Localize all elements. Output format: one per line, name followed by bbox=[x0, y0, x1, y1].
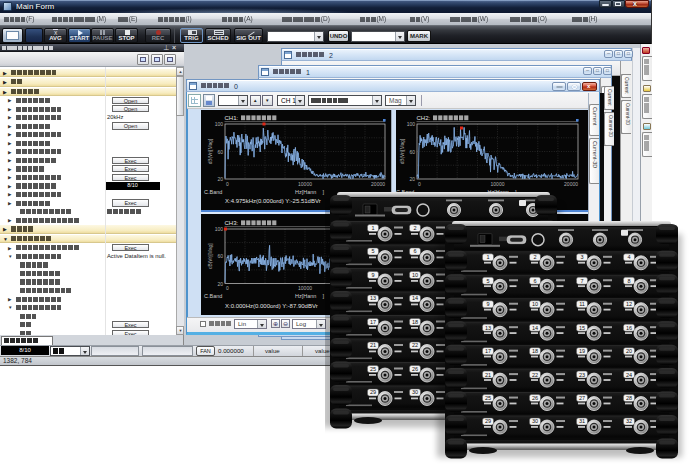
svg-text:dB(Vr)[Mag]: dB(Vr)[Mag] bbox=[400, 139, 405, 165]
svg-text:21: 21 bbox=[485, 372, 491, 378]
svg-text:CH3:: CH3: bbox=[225, 220, 239, 226]
svg-text:Hz[Hann ]: Hz[Hann ] bbox=[295, 293, 325, 299]
svg-text:7: 7 bbox=[580, 278, 583, 284]
svg-text:30: 30 bbox=[532, 418, 538, 424]
svg-text:X:0.000Hz(0.000ord) Y:-87.90dB: X:0.000Hz(0.000ord) Y:-87.90dBVr bbox=[225, 303, 318, 309]
svg-text:100: 100 bbox=[215, 121, 224, 127]
svg-text:32: 32 bbox=[626, 418, 632, 424]
svg-text:26: 26 bbox=[412, 366, 418, 372]
svg-text:5: 5 bbox=[486, 278, 489, 284]
svg-text:10000: 10000 bbox=[491, 181, 505, 187]
svg-text:C.Band: C.Band bbox=[204, 189, 222, 195]
svg-text:6: 6 bbox=[413, 248, 416, 254]
svg-text:20: 20 bbox=[409, 176, 415, 182]
svg-text:1: 1 bbox=[371, 225, 374, 231]
svg-text:Hz[Hann ]: Hz[Hann ] bbox=[295, 189, 325, 195]
svg-text:2: 2 bbox=[533, 254, 536, 260]
svg-text:100: 100 bbox=[407, 121, 416, 127]
svg-text:1: 1 bbox=[486, 254, 489, 260]
svg-text:C.Band: C.Band bbox=[204, 293, 222, 299]
svg-text:0: 0 bbox=[226, 285, 229, 291]
svg-text:10000: 10000 bbox=[298, 285, 312, 291]
svg-text:0: 0 bbox=[418, 181, 421, 187]
svg-text:18: 18 bbox=[532, 348, 538, 354]
svg-text:9: 9 bbox=[486, 301, 489, 307]
svg-text:20000: 20000 bbox=[564, 181, 578, 187]
svg-text:11: 11 bbox=[579, 301, 585, 307]
svg-text:30: 30 bbox=[412, 389, 418, 395]
svg-text:22: 22 bbox=[412, 342, 418, 348]
svg-text:8: 8 bbox=[627, 278, 630, 284]
svg-text:10000: 10000 bbox=[298, 181, 312, 187]
svg-text:17: 17 bbox=[370, 319, 376, 325]
svg-text:18: 18 bbox=[412, 319, 418, 325]
svg-text:13: 13 bbox=[485, 325, 491, 331]
svg-text:23: 23 bbox=[579, 372, 585, 378]
svg-text:10: 10 bbox=[532, 301, 538, 307]
svg-text:28: 28 bbox=[626, 395, 632, 401]
svg-text:5: 5 bbox=[371, 248, 374, 254]
svg-text:20000: 20000 bbox=[371, 181, 385, 187]
svg-text:9: 9 bbox=[371, 272, 374, 278]
svg-text:dB(Vr)[Mag]: dB(Vr)[Mag] bbox=[208, 243, 213, 269]
svg-text:20: 20 bbox=[626, 348, 632, 354]
svg-text:22: 22 bbox=[532, 372, 538, 378]
svg-text:21: 21 bbox=[370, 342, 376, 348]
svg-text:25: 25 bbox=[370, 366, 376, 372]
svg-text:17: 17 bbox=[485, 348, 491, 354]
svg-text:14: 14 bbox=[532, 325, 538, 331]
svg-text:24: 24 bbox=[626, 372, 632, 378]
svg-text:4: 4 bbox=[627, 254, 630, 260]
svg-text:29: 29 bbox=[370, 389, 376, 395]
svg-text:15: 15 bbox=[579, 325, 585, 331]
svg-text:0: 0 bbox=[226, 181, 229, 187]
svg-text:19: 19 bbox=[579, 348, 585, 354]
svg-text:12: 12 bbox=[626, 301, 632, 307]
svg-text:60: 60 bbox=[409, 149, 415, 155]
svg-text:14: 14 bbox=[412, 295, 418, 301]
svg-text:25: 25 bbox=[485, 395, 491, 401]
svg-text:16: 16 bbox=[626, 325, 632, 331]
svg-text:10: 10 bbox=[412, 272, 418, 278]
svg-text:20: 20 bbox=[217, 281, 223, 287]
svg-text:X:4.975kHz(0.000ord) Y:-25.51d: X:4.975kHz(0.000ord) Y:-25.51dBVr bbox=[225, 198, 321, 204]
svg-text:CH1:: CH1: bbox=[225, 115, 239, 121]
svg-text:dB(Vr)[Mag]: dB(Vr)[Mag] bbox=[208, 139, 213, 165]
svg-text:2: 2 bbox=[413, 225, 416, 231]
svg-text:60: 60 bbox=[217, 149, 223, 155]
svg-text:100: 100 bbox=[215, 226, 224, 232]
svg-text:29: 29 bbox=[485, 418, 491, 424]
svg-text:20: 20 bbox=[217, 176, 223, 182]
svg-text:27: 27 bbox=[579, 395, 585, 401]
svg-text:60: 60 bbox=[217, 253, 223, 259]
svg-text:6: 6 bbox=[533, 278, 536, 284]
svg-text:31: 31 bbox=[579, 418, 585, 424]
svg-text:CH2:: CH2: bbox=[417, 115, 431, 121]
svg-text:3: 3 bbox=[580, 254, 583, 260]
svg-text:26: 26 bbox=[532, 395, 538, 401]
svg-text:13: 13 bbox=[370, 295, 376, 301]
